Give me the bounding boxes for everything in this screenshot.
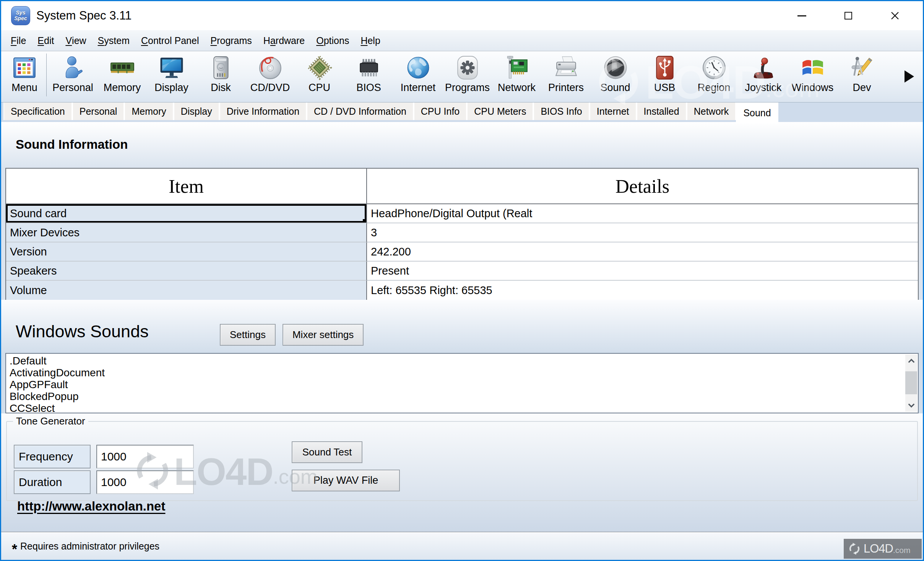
- watermark-badge: LO4D .com: [844, 539, 922, 559]
- toolbar-programs-button[interactable]: Programs: [443, 51, 492, 102]
- toolbar-usb-button[interactable]: USB: [640, 51, 689, 102]
- maximize-icon: [844, 12, 852, 20]
- app-icon-text: Spec: [14, 16, 27, 21]
- chevron-down-icon: [907, 401, 916, 410]
- sound-event-item[interactable]: ActivatingDocument: [10, 367, 918, 379]
- tab-memory[interactable]: Memory: [124, 102, 173, 120]
- admin-required-asterisk: *: [12, 546, 17, 553]
- toolbar-network-button[interactable]: Network: [492, 51, 541, 102]
- tab-cpu-meters[interactable]: CPU Meters: [467, 102, 533, 120]
- toolbar-personal-button[interactable]: Personal: [48, 51, 97, 102]
- toolbar-menu-button[interactable]: Menu: [4, 51, 45, 102]
- info-table-header: Item Details: [6, 169, 918, 204]
- table-row: Mixer Devices3: [6, 223, 918, 242]
- table-row: Version242.200: [6, 242, 918, 262]
- tab-drive-information[interactable]: Drive Information: [219, 102, 307, 120]
- toolbar-windows-button[interactable]: Windows: [788, 51, 837, 102]
- item-cell[interactable]: Mixer Devices: [6, 223, 367, 242]
- menu-file[interactable]: File: [5, 30, 32, 51]
- details-cell[interactable]: 3: [367, 223, 918, 242]
- details-cell[interactable]: HeadPhone/Digital Output (Realt: [367, 204, 918, 223]
- windows-sounds-heading: Windows Sounds: [16, 322, 149, 341]
- page-title: Sound Information: [16, 137, 128, 152]
- toolbar-memory-button[interactable]: Memory: [97, 51, 147, 102]
- minimize-icon: [797, 15, 806, 16]
- sound-test-button[interactable]: Sound Test: [292, 441, 362, 463]
- toolbar-cd-dvd-button[interactable]: CD/DVD: [245, 51, 295, 102]
- toolbar-sound-button[interactable]: Sound: [591, 51, 640, 102]
- toolbar-cpu-button[interactable]: CPU: [295, 51, 344, 102]
- item-cell[interactable]: Speakers: [6, 262, 367, 281]
- sound-event-item[interactable]: BlockedPopup: [10, 390, 918, 402]
- more-arrow-icon: [905, 70, 914, 83]
- minimize-button[interactable]: [778, 1, 825, 30]
- details-cell[interactable]: Present: [367, 262, 918, 281]
- mixer-settings-button[interactable]: Mixer settings: [283, 324, 364, 346]
- table-row: SpeakersPresent: [6, 262, 918, 281]
- details-cell[interactable]: Left: 65535 Right: 65535: [367, 281, 918, 300]
- website-link[interactable]: http://www.alexnolan.net: [17, 499, 165, 514]
- chevron-up-icon: [907, 356, 916, 366]
- tab-installed[interactable]: Installed: [637, 102, 687, 120]
- frequency-input[interactable]: [96, 445, 194, 468]
- close-icon: [890, 11, 900, 20]
- duration-input[interactable]: [96, 470, 194, 494]
- window-controls: [778, 1, 918, 30]
- usb-icon: [652, 55, 677, 80]
- tab-bar: SpecificationPersonalMemoryDisplayDrive …: [1, 102, 923, 122]
- tab-display[interactable]: Display: [174, 102, 219, 120]
- toolbar-joystick-button[interactable]: Joystick: [739, 51, 788, 102]
- menu-help[interactable]: Help: [355, 30, 386, 51]
- menu-hardware[interactable]: Hardware: [258, 30, 310, 51]
- tab-sound[interactable]: Sound: [736, 102, 778, 124]
- toolbar-dev-button[interactable]: Dev: [837, 51, 887, 102]
- title-bar: Sys Spec System Spec 3.11: [1, 1, 923, 30]
- play-wav-file-button[interactable]: Play WAV File: [292, 470, 400, 491]
- toolbar-more-button[interactable]: [901, 69, 917, 84]
- scroll-up-button[interactable]: [905, 354, 917, 367]
- tab-specification[interactable]: Specification: [3, 102, 72, 120]
- sound-events-list[interactable]: .DefaultActivatingDocumentAppGPFaultBloc…: [5, 353, 919, 413]
- tab-internet[interactable]: Internet: [589, 102, 637, 120]
- tone-generator-legend: Tone Generator: [13, 415, 88, 427]
- toolbar-bios-button[interactable]: BIOS: [344, 51, 393, 102]
- toolbar-disk-button[interactable]: Disk: [196, 51, 245, 102]
- scrollbar-thumb[interactable]: [905, 371, 917, 394]
- menu-view[interactable]: View: [60, 30, 92, 51]
- scrollbar[interactable]: [905, 354, 917, 412]
- status-bar: * Requires administrator privileges: [1, 532, 923, 560]
- tab-network[interactable]: Network: [687, 102, 736, 120]
- background-band: [1, 122, 923, 168]
- tab-bios-info[interactable]: BIOS Info: [533, 102, 589, 120]
- tab-personal[interactable]: Personal: [72, 102, 125, 120]
- menu-system[interactable]: System: [92, 30, 135, 51]
- app-window: Sys Spec System Spec 3.11 FileEditViewSy…: [0, 0, 924, 561]
- frequency-row: Frequency: [14, 445, 194, 468]
- settings-button[interactable]: Settings: [220, 324, 276, 346]
- toolbar-region-button[interactable]: Region: [689, 51, 739, 102]
- toolbar-printers-button[interactable]: Printers: [541, 51, 591, 102]
- sound-event-item[interactable]: .Default: [10, 355, 918, 367]
- tab-cd-dvd-information[interactable]: CD / DVD Information: [307, 102, 414, 120]
- menu-window-icon: [12, 55, 37, 80]
- menu-edit[interactable]: Edit: [32, 30, 60, 51]
- content-pane: Sound Information Item Details Sound car…: [1, 122, 923, 532]
- item-cell[interactable]: Version: [6, 242, 367, 262]
- internet-globe-icon: [406, 55, 431, 80]
- menu-options[interactable]: Options: [310, 30, 355, 51]
- scroll-down-button[interactable]: [905, 399, 917, 412]
- maximize-button[interactable]: [825, 1, 872, 30]
- column-header-details: Details: [367, 169, 918, 204]
- toolbar-internet-button[interactable]: Internet: [393, 51, 443, 102]
- menu-control-panel[interactable]: Control Panel: [135, 30, 205, 51]
- frequency-label: Frequency: [14, 445, 91, 468]
- menu-programs[interactable]: Programs: [205, 30, 257, 51]
- close-button[interactable]: [872, 1, 918, 30]
- sound-event-item[interactable]: AppGPFault: [10, 379, 918, 390]
- tab-cpu-info[interactable]: CPU Info: [414, 102, 467, 120]
- item-cell[interactable]: Sound card: [6, 204, 367, 223]
- item-cell[interactable]: Volume: [6, 281, 367, 300]
- details-cell[interactable]: 242.200: [367, 242, 918, 262]
- toolbar-display-button[interactable]: Display: [147, 51, 196, 102]
- sound-event-item[interactable]: CCSelect: [10, 402, 918, 413]
